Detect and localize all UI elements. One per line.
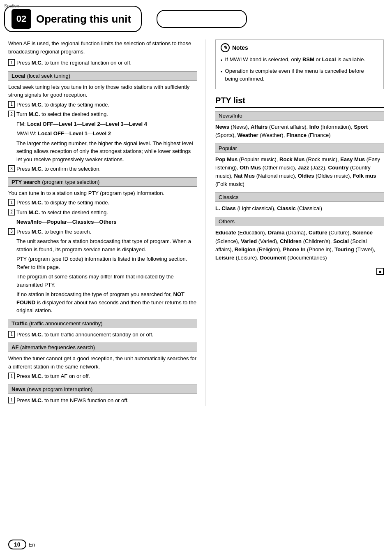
stop-icon: ■ bbox=[376, 268, 384, 275]
local-step-2: 2 Turn M.C. to select the desired settin… bbox=[8, 110, 197, 118]
traffic-section-header: Traffic (traffic announcement standby) bbox=[8, 319, 197, 328]
pty-desc3: The program of some stations may differ … bbox=[16, 273, 197, 289]
pty-section-header: PTY search (program type selection) bbox=[8, 177, 197, 187]
page-title: Operating this unit bbox=[36, 13, 131, 25]
section-number: 02 bbox=[12, 9, 31, 29]
step-regional-text: Press M.C. to turn the regional function… bbox=[16, 59, 131, 67]
news-section-header: News (news program interruption) bbox=[8, 385, 197, 394]
pty-popular-body: Pop Mus (Popular music), Rock Mus (Rock … bbox=[215, 155, 384, 189]
notes-title: Notes bbox=[232, 44, 248, 51]
step-num-1a: 1 bbox=[8, 101, 15, 108]
af-step-1: 1 Press M.C. to turn AF on or off. bbox=[8, 372, 197, 380]
pty-intro: You can tune in to a station using PTY (… bbox=[8, 189, 197, 197]
pty-list-title: PTY list bbox=[215, 96, 384, 108]
step-num-1d: 1 bbox=[8, 373, 15, 379]
step-num-2b: 2 bbox=[8, 209, 15, 215]
pty-desc4: If no station is broadcasting the type o… bbox=[16, 290, 197, 315]
page-number: 10 bbox=[8, 540, 26, 549]
traffic-step-1: 1 Press M.C. to turn traffic announcemen… bbox=[8, 331, 197, 339]
fm-levels: FM: Local OFF—Level 1—Level 2—Level 3—Le… bbox=[16, 120, 197, 128]
step-num-1: 1 bbox=[8, 59, 15, 66]
pty-popular-header: Popular bbox=[215, 144, 384, 153]
pty-classics-body: L. Class (Light classical), Classic (Cla… bbox=[215, 204, 384, 213]
step-num-1e: 1 bbox=[8, 397, 15, 403]
af-body: When the tuner cannot get a good recepti… bbox=[8, 354, 197, 371]
notes-box: ✎ Notes • If MW/LW band is selected, onl… bbox=[215, 39, 384, 89]
bullet-2: • bbox=[221, 68, 223, 76]
notes-icon: ✎ bbox=[221, 43, 230, 52]
level-desc: The larger the setting number, the highe… bbox=[16, 139, 197, 164]
left-column: When AF is used, the regional function l… bbox=[8, 39, 205, 406]
pty-desc1: The unit searches for a station broadcas… bbox=[16, 237, 197, 253]
step-num-3a: 3 bbox=[8, 165, 15, 172]
intro-text: When AF is used, the regional function l… bbox=[8, 39, 197, 56]
step-regional: 1 Press M.C. to turn the regional functi… bbox=[8, 59, 197, 67]
local-step-3: 3 Press M.C. to confirm the selection. bbox=[8, 165, 197, 173]
pty-newsinfo-header: News/Info bbox=[215, 111, 384, 120]
step-num-1b: 1 bbox=[8, 199, 15, 206]
language-label: En bbox=[29, 542, 35, 548]
pty-step-2: 2 Turn M.C. to select the desired settin… bbox=[8, 208, 197, 217]
pty-step-3: 3 Press M.C. to begin the search. bbox=[8, 228, 197, 236]
note-item-2: • Operation is complete even if the menu… bbox=[221, 67, 378, 83]
header-right-box bbox=[157, 10, 247, 28]
pty-step-1: 1 Press M.C. to display the setting mode… bbox=[8, 199, 197, 207]
note-item-1: • If MW/LW band is selected, only BSM or… bbox=[221, 56, 378, 65]
pty-others-body: Educate (Education), Drama (Drama), Cult… bbox=[215, 229, 384, 262]
step-num-3b: 3 bbox=[8, 228, 15, 235]
pty-options: News/Info—Popular—Classics—Others bbox=[16, 218, 197, 226]
local-step-1: 1 Press M.C. to display the setting mode… bbox=[8, 101, 197, 109]
pty-others-header: Others bbox=[215, 217, 384, 226]
section-label: Section bbox=[4, 3, 19, 8]
step-num-1c: 1 bbox=[8, 331, 15, 338]
mw-lw-levels: MW/LW: Local OFF—Level 1—Level 2 bbox=[16, 130, 197, 138]
local-section-header: Local (local seek tuning) bbox=[8, 71, 197, 81]
pty-desc2: PTY (program type ID code) information i… bbox=[16, 255, 197, 271]
step-num-2a: 2 bbox=[8, 111, 15, 117]
footer: 10 En bbox=[8, 540, 35, 549]
pty-classics-header: Classics bbox=[215, 192, 384, 202]
pty-newsinfo-body: News (News), Affairs (Current affairs), … bbox=[215, 123, 384, 139]
right-column: ✎ Notes • If MW/LW band is selected, onl… bbox=[205, 39, 384, 406]
local-body: Local seek tuning lets you tune in to on… bbox=[8, 83, 197, 99]
af-section-header: AF (alternative frequencies search) bbox=[8, 343, 197, 352]
bullet-1: • bbox=[221, 56, 223, 65]
news-step-1: 1 Press M.C. to turn the NEWS function o… bbox=[8, 396, 197, 405]
notes-header: ✎ Notes bbox=[221, 43, 378, 52]
